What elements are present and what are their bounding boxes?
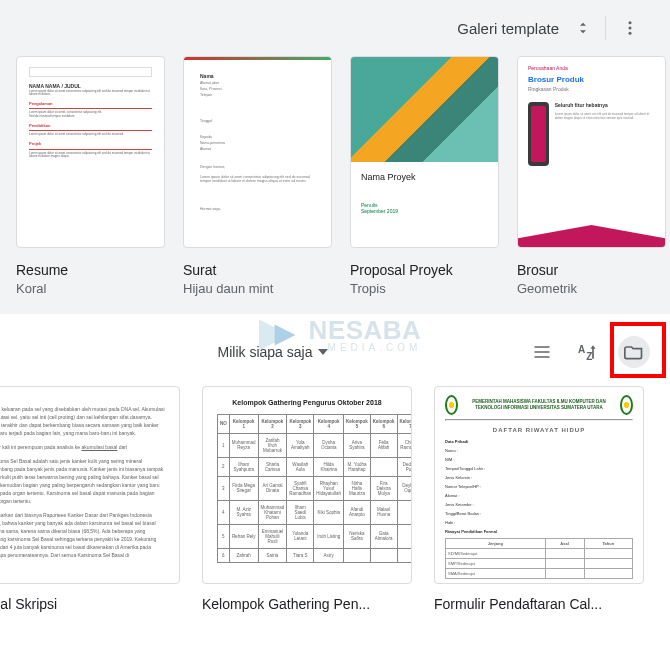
template-thumb: Perusahaan Anda Brosur Produk Ringkasan … xyxy=(517,56,666,248)
template-title: Brosur xyxy=(517,262,666,279)
owner-filter-label: Milik siapa saja xyxy=(218,344,313,360)
thumb-sub: Ringkasan Produk xyxy=(528,86,655,92)
template-thumb: NAMA NAMA / JUDUL Lorem ipsum dolor sit … xyxy=(16,56,165,248)
doc-thumb: adalah keluaran pada sel yang disebabkan… xyxy=(0,386,180,584)
table-title: Kelompok Gathering Pengurus Oktober 2018 xyxy=(217,399,397,406)
sort-button[interactable]: AZ xyxy=(572,336,604,368)
divider xyxy=(605,16,606,40)
template-card-proposal[interactable]: Nama Proyek PenulisSeptember 2019 Propos… xyxy=(350,56,499,296)
doc-card-gathering[interactable]: Kelompok Gathering Pengurus Oktober 2018… xyxy=(202,386,412,612)
svg-text:Z: Z xyxy=(586,351,592,362)
template-subtitle: Geometrik xyxy=(517,281,666,296)
doc-title: oposal Skripsi xyxy=(0,596,180,612)
svg-point-1 xyxy=(629,27,632,30)
template-subtitle: Tropis xyxy=(350,281,499,296)
doc-card-formulir[interactable]: PEMERINTAH MAHASISWA FAKULTAS ILMU KOMPU… xyxy=(434,386,644,612)
section-header: Riwayat Pendidikan Formal xyxy=(445,529,633,534)
svg-text:A: A xyxy=(578,344,585,355)
sort-az-icon: AZ xyxy=(578,342,598,362)
folder-picker-button[interactable] xyxy=(618,336,650,368)
gallery-more-button[interactable] xyxy=(614,12,646,44)
gallery-title: Galeri template xyxy=(457,20,559,37)
svg-point-0 xyxy=(629,21,632,24)
thumb-title: Brosur Produk xyxy=(528,75,655,84)
doc-thumb: Kelompok Gathering Pengurus Oktober 2018… xyxy=(202,386,412,584)
thumb-title: Nama Proyek xyxy=(361,172,488,182)
template-subtitle: Koral xyxy=(16,281,165,296)
template-title: Surat xyxy=(183,262,332,279)
doc-title: Kelompok Gathering Pen... xyxy=(202,596,412,612)
form-title: DAFTAR RIWAYAT HIDUP xyxy=(445,427,633,433)
owner-filter-dropdown[interactable]: Milik siapa saja xyxy=(218,344,329,360)
arrow-dropdown-icon xyxy=(318,349,328,355)
thumb-logo: Perusahaan Anda xyxy=(528,65,655,71)
template-gallery-section: Galeri template NAMA NAMA / JUDUL Lorem … xyxy=(0,0,670,314)
doc-card-skripsi[interactable]: adalah keluaran pada sel yang disebabkan… xyxy=(0,386,180,612)
template-card-resume[interactable]: NAMA NAMA / JUDUL Lorem ipsum dolor sit … xyxy=(16,56,165,296)
gallery-header: Galeri template xyxy=(16,0,654,56)
template-thumb: Nama Alamat jalan Kota, Provinsi Telepon… xyxy=(183,56,332,248)
unfold-icon xyxy=(574,19,592,37)
template-row: NAMA NAMA / JUDUL Lorem ipsum dolor sit … xyxy=(16,56,654,296)
list-view-button[interactable] xyxy=(526,336,558,368)
docs-row: adalah keluaran pada sel yang disebabkan… xyxy=(0,386,670,612)
more-vert-icon xyxy=(621,19,639,37)
folder-icon xyxy=(624,342,644,362)
template-subtitle: Hijau daun mint xyxy=(183,281,332,296)
gathering-table: NOKelompok 1Kelompok 2Kelompok 3Kelompok… xyxy=(217,414,412,563)
template-card-brosur[interactable]: Perusahaan Anda Brosur Produk Ringkasan … xyxy=(517,56,666,296)
template-title: Resume xyxy=(16,262,165,279)
institution: PEMERINTAH MAHASISWA FAKULTAS ILMU KOMPU… xyxy=(464,399,614,411)
gallery-expand-button[interactable] xyxy=(569,14,597,42)
list-icon xyxy=(532,342,552,362)
template-title: Proposal Proyek xyxy=(350,262,499,279)
doc-thumb: PEMERINTAH MAHASISWA FAKULTAS ILMU KOMPU… xyxy=(434,386,644,584)
svg-point-2 xyxy=(629,32,632,35)
filter-bar: Milik siapa saja AZ xyxy=(0,314,670,386)
doc-title: Formulir Pendaftaran Cal... xyxy=(434,596,644,612)
template-thumb: Nama Proyek PenulisSeptember 2019 xyxy=(350,56,499,248)
template-card-surat[interactable]: Nama Alamat jalan Kota, Provinsi Telepon… xyxy=(183,56,332,296)
